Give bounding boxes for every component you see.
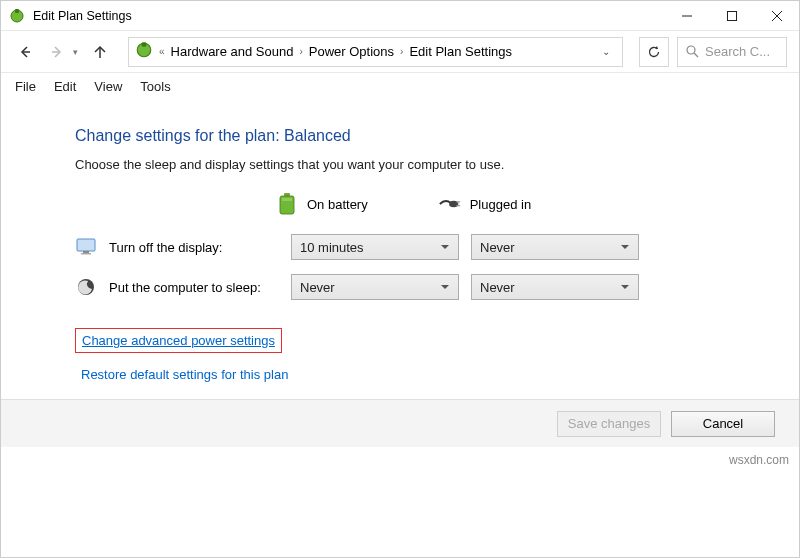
display-label: Turn off the display: (109, 240, 279, 255)
svg-rect-10 (142, 42, 147, 47)
save-button[interactable]: Save changes (557, 411, 661, 437)
sleep-plugged-select[interactable]: Never (471, 274, 639, 300)
chevron-left-icon: « (159, 46, 165, 57)
page-title: Change settings for the plan: Balanced (75, 127, 749, 145)
column-plugged-label: Plugged in (470, 197, 531, 212)
svg-rect-1 (15, 9, 19, 13)
minimize-button[interactable] (664, 1, 709, 31)
svg-line-12 (694, 53, 698, 57)
chevron-right-icon: › (400, 46, 403, 57)
column-battery: On battery (275, 192, 368, 216)
svg-rect-20 (81, 253, 91, 255)
column-battery-label: On battery (307, 197, 368, 212)
app-icon (9, 8, 25, 24)
titlebar: Edit Plan Settings (1, 1, 799, 31)
up-button[interactable] (88, 40, 112, 64)
refresh-button[interactable] (639, 37, 669, 67)
address-bar[interactable]: « Hardware and Sound › Power Options › E… (128, 37, 623, 67)
breadcrumb-item[interactable]: Power Options (309, 44, 394, 59)
breadcrumb-item[interactable]: Hardware and Sound (171, 44, 294, 59)
svg-rect-14 (282, 198, 292, 201)
menu-tools[interactable]: Tools (140, 79, 170, 94)
content-area: Change settings for the plan: Balanced C… (1, 99, 799, 396)
svg-rect-19 (83, 251, 89, 253)
svg-rect-3 (727, 12, 736, 21)
restore-defaults-link[interactable]: Restore default settings for this plan (75, 363, 294, 386)
svg-rect-16 (456, 201, 460, 202)
back-button[interactable] (13, 40, 37, 64)
sleep-label: Put the computer to sleep: (109, 280, 279, 295)
window-controls (664, 1, 799, 30)
cancel-button[interactable]: Cancel (671, 411, 775, 437)
display-icon (75, 236, 97, 258)
chevron-down-icon[interactable]: ⌄ (602, 46, 616, 57)
plug-icon (438, 192, 462, 216)
page-subtitle: Choose the sleep and display settings th… (75, 157, 749, 172)
svg-rect-17 (456, 205, 460, 206)
row-display: Turn off the display: 10 minutes Never (75, 234, 749, 260)
maximize-button[interactable] (709, 1, 754, 31)
display-battery-select[interactable]: 10 minutes (291, 234, 459, 260)
close-button[interactable] (754, 1, 799, 31)
breadcrumb: Hardware and Sound › Power Options › Edi… (171, 44, 616, 59)
sleep-icon (75, 276, 97, 298)
column-headers: On battery Plugged in (275, 192, 749, 216)
breadcrumb-item[interactable]: Edit Plan Settings (409, 44, 512, 59)
svg-point-11 (687, 46, 695, 54)
search-placeholder: Search C... (705, 44, 770, 59)
forward-button[interactable] (45, 40, 69, 64)
history-dropdown[interactable]: ▾ (73, 47, 78, 57)
menu-edit[interactable]: Edit (54, 79, 76, 94)
advanced-settings-link[interactable]: Change advanced power settings (75, 328, 282, 353)
row-sleep: Put the computer to sleep: Never Never (75, 274, 749, 300)
svg-rect-18 (77, 239, 95, 251)
search-input[interactable]: Search C... (677, 37, 787, 67)
column-plugged: Plugged in (438, 192, 531, 216)
menu-file[interactable]: File (15, 79, 36, 94)
button-bar: Save changes Cancel (1, 399, 799, 447)
location-icon (135, 41, 153, 62)
watermark: wsxdn.com (729, 453, 789, 467)
sleep-battery-select[interactable]: Never (291, 274, 459, 300)
navbar: ▾ « Hardware and Sound › Power Options ›… (1, 31, 799, 73)
window-title: Edit Plan Settings (33, 9, 664, 23)
svg-rect-13 (284, 193, 290, 196)
battery-icon (275, 192, 299, 216)
menu-view[interactable]: View (94, 79, 122, 94)
menubar: File Edit View Tools (1, 73, 799, 99)
search-icon (686, 45, 699, 58)
chevron-right-icon: › (299, 46, 302, 57)
display-plugged-select[interactable]: Never (471, 234, 639, 260)
links-section: Change advanced power settings Restore d… (75, 328, 749, 396)
